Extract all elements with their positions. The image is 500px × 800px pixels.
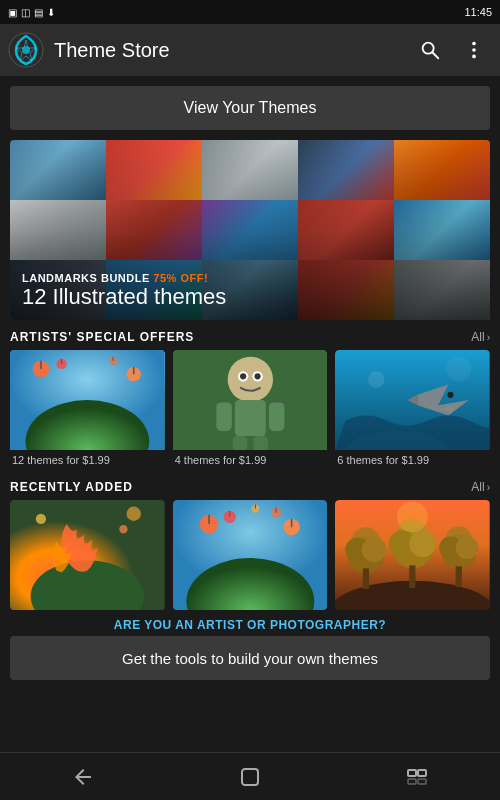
svg-point-1 [22,46,30,54]
status-bar: ▣ ◫ ▤ ⬇ 11:45 [0,0,500,24]
banner-description: 12 Illustrated themes [22,284,478,310]
nav-bar [0,752,500,800]
artists-section-header: ARTISTS' SPECIAL OFFERS All › [0,320,500,350]
recent-card-1-image [10,500,165,610]
recently-added-title: RECENTLY ADDED [10,480,133,494]
svg-rect-74 [408,779,416,784]
top-bar-actions [412,32,492,68]
recents-button[interactable] [387,757,447,797]
svg-point-57 [362,537,387,562]
banner[interactable]: LANDMARKS BUNDLE 75% OFF! 12 Illustrated… [10,140,490,320]
svg-point-22 [254,373,260,379]
recently-added-row [0,500,500,610]
recent-card-2-image [173,500,328,610]
svg-point-6 [472,55,476,59]
svg-point-37 [36,514,46,524]
app-title: Theme Store [54,39,402,62]
svg-point-70 [397,501,428,532]
artist-card-1-image [10,350,165,450]
artist-prompt: ARE YOU AN ARTIST OR PHOTOGRAPHER? [10,618,490,632]
artists-section-title: ARTISTS' SPECIAL OFFERS [10,330,194,344]
signal-icon: ▣ [8,7,17,18]
svg-rect-58 [363,568,369,589]
svg-line-3 [433,53,439,59]
artists-all-button[interactable]: All › [471,330,490,344]
artist-card-2[interactable]: 4 themes for $1.99 [173,350,328,470]
svg-rect-75 [418,779,426,784]
banner-badge: LANDMARKS BUNDLE 75% OFF! [22,272,478,284]
top-bar: Theme Store [0,24,500,76]
svg-point-32 [448,392,454,398]
svg-rect-68 [456,566,462,587]
build-tools-button[interactable]: Get the tools to build your own themes [10,636,490,680]
banner-discount: 75% OFF! [153,272,208,284]
battery-icon: ▤ [34,7,43,18]
svg-rect-25 [269,402,284,431]
artist-card-1-label: 12 themes for $1.99 [10,450,165,470]
recent-card-3[interactable] [335,500,490,610]
view-themes-button[interactable]: View Your Themes [10,86,490,130]
svg-point-4 [472,42,476,46]
svg-point-34 [447,357,472,382]
svg-point-39 [119,525,127,533]
svg-point-67 [456,536,479,559]
svg-rect-63 [410,565,416,588]
recently-all-button[interactable]: All › [471,480,490,494]
artist-card-3-label: 6 themes for $1.99 [335,450,490,470]
search-button[interactable] [412,32,448,68]
artist-card-3-image [335,350,490,450]
more-options-button[interactable] [456,32,492,68]
svg-rect-24 [216,402,231,431]
recently-added-header: RECENTLY ADDED All › [0,470,500,500]
svg-rect-73 [418,770,426,776]
app-logo [8,32,44,68]
wifi-icon: ◫ [21,7,30,18]
banner-overlay: LANDMARKS BUNDLE 75% OFF! 12 Illustrated… [10,140,490,320]
recent-card-3-image [335,500,490,610]
home-button[interactable] [220,757,280,797]
svg-point-18 [227,357,272,402]
artist-card-2-image [173,350,328,450]
artist-question: ARE YOU AN ARTIST OR PHOTOGRAPHER? [10,618,490,632]
artist-card-1[interactable]: 12 themes for $1.99 [10,350,165,470]
status-time: 11:45 [464,6,492,18]
svg-point-21 [240,373,246,379]
svg-rect-23 [235,400,266,436]
banner-badge-text: LANDMARKS BUNDLE [22,272,150,284]
svg-point-5 [472,48,476,52]
recent-card-2[interactable] [173,500,328,610]
svg-point-2 [423,43,434,54]
artist-card-3[interactable]: 6 themes for $1.99 [335,350,490,470]
svg-rect-26 [232,436,246,450]
status-icons: ▣ ◫ ▤ ⬇ [8,7,55,18]
artists-cards-row: 12 themes for $1.99 4 themes for $1. [0,350,500,470]
recent-card-1[interactable] [10,500,165,610]
svg-rect-72 [408,770,416,776]
download-icon: ⬇ [47,7,55,18]
svg-point-33 [368,371,384,387]
svg-rect-27 [253,436,267,450]
artist-card-2-label: 4 themes for $1.99 [173,450,328,470]
svg-point-38 [127,507,141,521]
svg-point-62 [410,530,437,557]
chevron-right-icon: › [487,332,490,343]
back-button[interactable] [53,757,113,797]
chevron-right-icon-2: › [487,482,490,493]
svg-rect-71 [242,769,258,785]
